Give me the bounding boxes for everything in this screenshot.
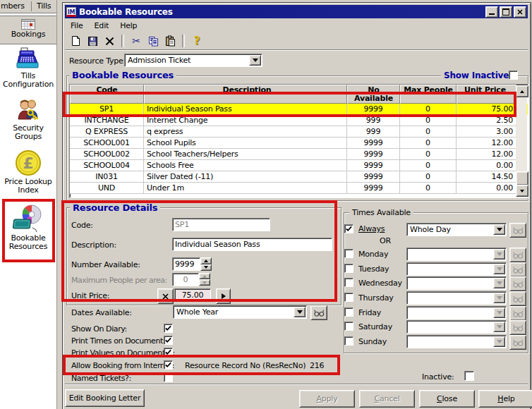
day-times-combobox[interactable] xyxy=(406,276,507,290)
menu-edit[interactable]: Edit xyxy=(89,20,115,32)
detail-checkbox[interactable] xyxy=(164,336,173,345)
close-button-footer[interactable]: Close xyxy=(419,390,475,408)
day-lookup-button[interactable] xyxy=(509,276,526,291)
table-row[interactable]: SP1Individual Season Pass9999075.00 xyxy=(70,104,528,115)
menu-help[interactable]: Help xyxy=(114,20,143,32)
vertical-scrollbar[interactable] xyxy=(516,85,527,197)
table-row[interactable]: SCHOOL004Schools Free999900.00 xyxy=(70,160,528,171)
day-times-combobox[interactable] xyxy=(406,320,507,334)
day-times-combobox[interactable] xyxy=(406,262,507,276)
scroll-down-icon[interactable] xyxy=(516,185,528,197)
always-lookup-button[interactable] xyxy=(509,223,526,238)
column-header[interactable]: Unit Price xyxy=(457,85,516,104)
spin-up-icon[interactable] xyxy=(199,273,210,279)
apply-button[interactable]: Apply xyxy=(299,390,355,408)
unit-price-expand-button[interactable] xyxy=(216,288,231,304)
close-button[interactable] xyxy=(514,6,526,18)
spin-up-icon[interactable] xyxy=(200,257,212,264)
day-checkbox[interactable] xyxy=(344,322,353,331)
chevron-down-icon[interactable] xyxy=(493,249,505,260)
day-lookup-button[interactable] xyxy=(509,306,526,321)
detail-checkbox[interactable] xyxy=(164,324,173,333)
scroll-up-icon[interactable] xyxy=(516,85,528,97)
chevron-down-icon[interactable] xyxy=(493,293,505,303)
day-times-combobox[interactable] xyxy=(406,306,507,319)
chevron-down-icon[interactable] xyxy=(493,322,505,332)
table-row[interactable]: IN031Silver Dated (-11)9999014.50 xyxy=(70,171,528,183)
table-row[interactable]: UNDUnder 1m999900.00 xyxy=(70,183,528,194)
chevron-down-icon[interactable] xyxy=(493,278,505,288)
sidebar-item-security-groups[interactable]: Security Groups xyxy=(1,97,56,141)
spin-down-icon[interactable] xyxy=(200,264,212,271)
day-times-combobox[interactable] xyxy=(406,335,507,348)
max-people-stepper[interactable] xyxy=(199,273,210,286)
number-available-field[interactable]: 9999 xyxy=(172,257,200,271)
day-checkbox[interactable] xyxy=(344,264,353,273)
paste-icon[interactable] xyxy=(162,33,178,49)
table-row[interactable]: INTCHANGEInternet Change99902.50 xyxy=(70,115,528,126)
day-lookup-button[interactable] xyxy=(509,248,526,262)
scroll-thumb[interactable] xyxy=(516,171,528,185)
day-lookup-button[interactable] xyxy=(509,320,526,335)
max-people-field[interactable]: 0 xyxy=(172,273,199,286)
day-checkbox[interactable] xyxy=(344,307,353,317)
dates-lookup-button[interactable] xyxy=(310,305,327,320)
column-header[interactable]: Code xyxy=(70,85,144,104)
chevron-down-icon[interactable] xyxy=(493,264,505,274)
day-checkbox[interactable] xyxy=(344,293,353,302)
column-header[interactable]: No Available xyxy=(347,85,400,104)
table-row[interactable]: SCHOOL001School Pupils9999012.00 xyxy=(70,138,528,149)
save-icon[interactable] xyxy=(85,33,100,49)
sidebar-item-bookings[interactable]: Bookings xyxy=(1,18,56,39)
detail-checkbox[interactable] xyxy=(164,360,173,370)
copy-icon[interactable] xyxy=(145,33,161,49)
sidebar-item-price-lookup-index[interactable]: £ Price Lookup Index xyxy=(1,148,56,195)
table-row[interactable]: Q EXPRESSq express99903.00 xyxy=(70,126,528,138)
detail-checkbox[interactable] xyxy=(164,348,173,357)
table-row[interactable]: SCHOOL002School Teachers/Helpers9999012.… xyxy=(70,149,528,160)
help-icon[interactable]: ? xyxy=(189,33,205,49)
day-checkbox[interactable] xyxy=(344,336,353,346)
chevron-down-icon[interactable] xyxy=(493,307,505,318)
always-times-combobox[interactable]: Whole Day xyxy=(406,223,507,236)
chevron-down-icon[interactable] xyxy=(493,224,505,235)
chevron-down-icon[interactable] xyxy=(294,307,306,317)
day-checkbox[interactable] xyxy=(344,249,353,258)
help-button[interactable]: Help xyxy=(478,390,532,408)
column-header[interactable]: Description xyxy=(144,85,347,104)
day-lookup-button[interactable] xyxy=(509,262,526,277)
minimize-button[interactable] xyxy=(485,6,498,18)
new-document-icon[interactable] xyxy=(68,33,83,49)
unit-price-clear-button[interactable] xyxy=(157,288,174,304)
chevron-down-icon[interactable] xyxy=(493,336,505,347)
day-times-combobox[interactable] xyxy=(406,291,507,305)
description-field[interactable]: Individual Season Pass xyxy=(172,238,332,251)
menu-file[interactable]: File xyxy=(65,20,89,32)
tab-tills[interactable]: Tills xyxy=(37,1,51,11)
maximize-button[interactable] xyxy=(500,6,512,18)
number-available-stepper[interactable] xyxy=(200,257,212,271)
day-checkbox[interactable] xyxy=(344,278,353,287)
resource-type-combobox[interactable]: Admission Ticket xyxy=(124,54,262,67)
day-times-combobox[interactable] xyxy=(406,248,507,261)
always-checkbox[interactable] xyxy=(344,224,353,233)
edit-booking-letter-button[interactable]: Edit Booking Letter xyxy=(65,389,145,407)
column-header[interactable]: Max People xyxy=(400,85,457,104)
code-field[interactable]: SP1 xyxy=(172,218,270,231)
inactive-checkbox[interactable] xyxy=(464,371,474,381)
delete-icon[interactable] xyxy=(102,33,117,49)
sidebar-item-tills-configuration[interactable]: Tills Configuration xyxy=(1,47,56,89)
title-bar[interactable]: IM Bookable Resources xyxy=(65,5,528,18)
unit-price-field[interactable]: 75.00 xyxy=(174,288,211,302)
tab-members[interactable]: mbers xyxy=(1,1,25,11)
dates-available-combobox[interactable]: Whole Year xyxy=(173,305,307,319)
cut-icon[interactable]: ✂ xyxy=(128,33,144,49)
detail-checkbox[interactable] xyxy=(164,373,173,382)
cancel-button[interactable]: Cancel xyxy=(359,390,415,408)
spin-down-icon[interactable] xyxy=(199,279,210,286)
show-inactive-checkbox[interactable] xyxy=(509,71,518,80)
day-lookup-button[interactable] xyxy=(509,335,526,350)
chevron-down-icon[interactable] xyxy=(249,55,261,66)
day-lookup-button[interactable] xyxy=(509,291,526,306)
sidebar-item-bookable-resources[interactable]: Bookable Resources xyxy=(1,203,56,251)
